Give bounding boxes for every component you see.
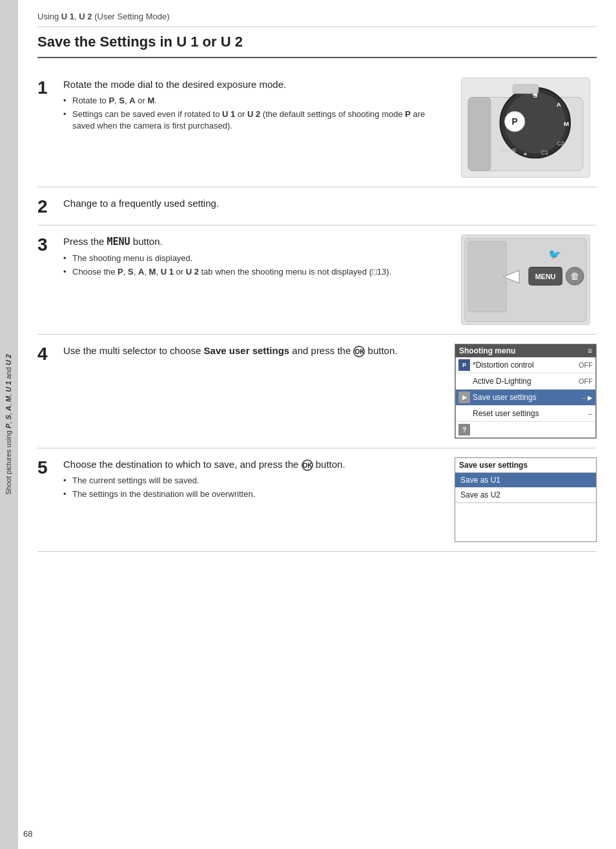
step-5-content: Choose the destination to which to save,… bbox=[63, 457, 455, 502]
mode-dial-image: S A M C2 C1 ★ SCENE P bbox=[461, 78, 590, 178]
menu-play-icon: ▶ bbox=[458, 392, 470, 403]
svg-text:M: M bbox=[564, 120, 569, 127]
steps-container: 1 Rotate the mode dial to the desired ex… bbox=[37, 68, 597, 552]
svg-text:C2: C2 bbox=[557, 140, 564, 147]
save-settings-screenshot: Save user settings Save as U1 Save as U2 bbox=[455, 457, 597, 542]
step-3: 3 Press the MENU button. The shooting me… bbox=[37, 225, 597, 335]
step-1-bullets: Rotate to P, S, A or M. Settings can be … bbox=[63, 95, 448, 132]
step-4-image: Shooting menu ≡ P *Distortion control OF… bbox=[455, 344, 597, 439]
page-title: Save the Settings in U 1 or U 2 bbox=[37, 34, 597, 58]
svg-text:P: P bbox=[512, 116, 518, 127]
step-1-bullet-1: Rotate to P, S, A or M. bbox=[63, 95, 448, 107]
step-1-bullet-2: Settings can be saved even if rotated to… bbox=[63, 109, 448, 132]
step-3-bullet-1: The shooting menu is displayed. bbox=[63, 253, 448, 264]
shooting-menu-title: Shooting menu bbox=[459, 346, 515, 355]
save-settings-title: Save user settings bbox=[455, 458, 596, 473]
shooting-menu-header: Shooting menu ≡ bbox=[455, 344, 596, 357]
menu-question-icon: ? bbox=[458, 424, 470, 435]
svg-rect-15 bbox=[468, 98, 491, 171]
save-u1-row: Save as U1 bbox=[455, 473, 596, 488]
main-content: Using U 1, U 2 (User Setting Mode) Save … bbox=[18, 0, 616, 571]
step-5-number: 5 bbox=[37, 459, 63, 477]
step-5-bullet-2: The settings in the destination will be … bbox=[63, 488, 448, 500]
step-2-number: 2 bbox=[37, 198, 63, 216]
svg-rect-14 bbox=[513, 85, 538, 94]
menu-save-arrow: ▶ bbox=[588, 394, 593, 401]
step-3-bullet-2: Choose the P, S, A, M, U 1 or U 2 tab wh… bbox=[63, 266, 448, 278]
svg-text:SCENE: SCENE bbox=[499, 147, 517, 153]
svg-text:MENU: MENU bbox=[535, 273, 556, 280]
step-5-image: Save user settings Save as U1 Save as U2 bbox=[455, 457, 597, 542]
step-1-image: S A M C2 C1 ★ SCENE P bbox=[455, 78, 597, 178]
menu-dlighting-label: Active D-Lighting bbox=[473, 377, 576, 386]
shooting-menu-icon: ≡ bbox=[588, 346, 592, 355]
menu-reset-label: Reset user settings bbox=[473, 409, 586, 418]
step-3-image: MENU 🗑 🐦 bbox=[455, 235, 597, 325]
page-number: 68 bbox=[23, 829, 32, 839]
step-3-main-text: Press the MENU button. bbox=[63, 235, 448, 249]
menu-row-save: ▶ Save user settings -- ▶ bbox=[456, 390, 595, 406]
step-4-content: Use the multi selector to choose Save us… bbox=[63, 344, 455, 361]
step-2-content: Change to a frequently used setting. bbox=[63, 196, 597, 214]
menu-save-value: -- bbox=[582, 393, 586, 401]
step-2-main-text: Change to a frequently used setting. bbox=[63, 196, 597, 210]
svg-text:A: A bbox=[557, 101, 561, 108]
svg-text:🗑: 🗑 bbox=[570, 271, 579, 281]
menu-row-reset: Reset user settings -- bbox=[456, 406, 595, 422]
step-4-main-text: Use the multi selector to choose Save us… bbox=[63, 344, 448, 357]
step-4: 4 Use the multi selector to choose Save … bbox=[37, 335, 597, 448]
step-4-number: 4 bbox=[37, 345, 63, 363]
save-empty-space bbox=[455, 503, 596, 541]
menu-row-p-icon: P bbox=[458, 359, 470, 371]
breadcrumb: Using U 1, U 2 (User Setting Mode) bbox=[37, 12, 597, 27]
menu-reset-value: -- bbox=[588, 410, 593, 417]
menu-button-camera-image: MENU 🗑 🐦 bbox=[461, 235, 590, 325]
svg-text:🐦: 🐦 bbox=[548, 247, 561, 260]
svg-text:★: ★ bbox=[524, 151, 528, 157]
menu-row-distortion: P *Distortion control OFF bbox=[456, 357, 595, 373]
step-5: 5 Choose the destination to which to sav… bbox=[37, 448, 597, 552]
step-5-bullet-1: The current settings will be saved. bbox=[63, 475, 448, 487]
menu-row-question: ? bbox=[456, 422, 595, 437]
step-1-number: 1 bbox=[37, 79, 63, 97]
sidebar: Shoot pictures using P, S, A, M, U 1 and… bbox=[0, 0, 18, 849]
sidebar-label: Shoot pictures using P, S, A, M, U 1 and… bbox=[4, 354, 14, 495]
step-1-content: Rotate the mode dial to the desired expo… bbox=[63, 78, 455, 134]
step-3-bullets: The shooting menu is displayed. Choose t… bbox=[63, 253, 448, 278]
menu-blank-icon-2 bbox=[458, 408, 470, 419]
step-2: 2 Change to a frequently used setting. bbox=[37, 187, 597, 225]
menu-blank-icon-1 bbox=[458, 375, 470, 387]
step-1: 1 Rotate the mode dial to the desired ex… bbox=[37, 68, 597, 187]
step-1-main-text: Rotate the mode dial to the desired expo… bbox=[63, 78, 448, 91]
menu-distortion-label: *Distortion control bbox=[473, 361, 576, 370]
svg-text:C1: C1 bbox=[541, 149, 548, 156]
step-5-main-text: Choose the destination to which to save,… bbox=[63, 457, 448, 471]
shooting-menu-body: P *Distortion control OFF Active D-Light… bbox=[455, 357, 596, 438]
step-3-content: Press the MENU button. The shooting menu… bbox=[63, 235, 455, 280]
save-u2-row: Save as U2 bbox=[455, 488, 596, 503]
step-3-number: 3 bbox=[37, 236, 63, 254]
menu-row-dlighting: Active D-Lighting OFF bbox=[456, 373, 595, 390]
menu-distortion-value: OFF bbox=[579, 361, 593, 369]
step-5-bullets: The current settings will be saved. The … bbox=[63, 475, 448, 500]
menu-dlighting-value: OFF bbox=[579, 377, 593, 385]
svg-rect-18 bbox=[468, 242, 506, 312]
shooting-menu-screenshot: Shooting menu ≡ P *Distortion control OF… bbox=[455, 344, 597, 439]
menu-save-label: Save user settings bbox=[473, 393, 579, 402]
